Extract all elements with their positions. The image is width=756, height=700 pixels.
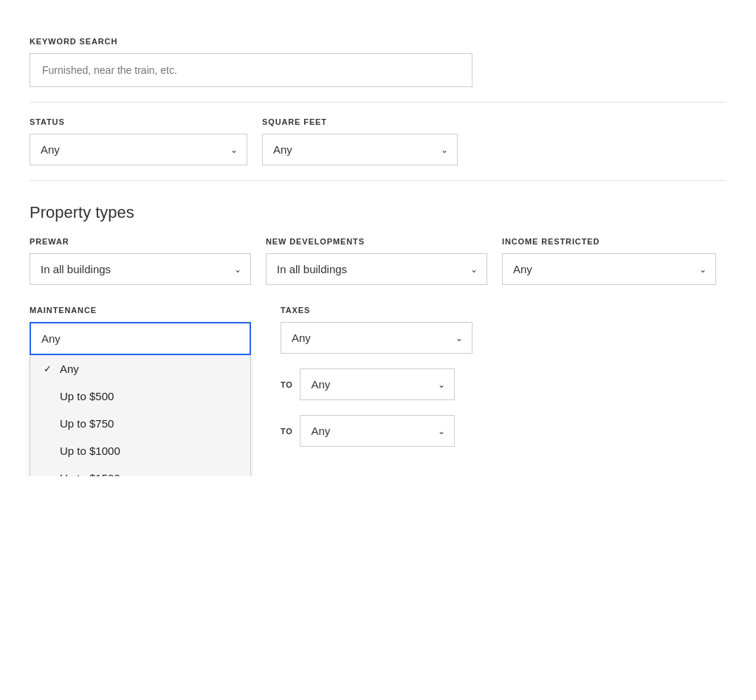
taxes-to-chevron-icon: ⌄	[438, 380, 445, 390]
prewar-label: PREWAR	[30, 237, 251, 246]
maintenance-label: MAINTENANCE	[30, 306, 251, 315]
new-developments-chevron-icon: ⌄	[470, 264, 478, 275]
status-chevron-icon: ⌄	[230, 145, 238, 155]
income-restricted-chevron-icon: ⌄	[699, 264, 707, 275]
keyword-search-input[interactable]	[30, 53, 472, 87]
taxes-second-to-chevron-icon: ⌄	[438, 426, 445, 436]
taxes-chevron-icon: ⌄	[456, 333, 463, 343]
taxes-selected-value: Any	[292, 332, 311, 344]
income-restricted-label: INCOME RESTRICTED	[502, 237, 716, 246]
prewar-select[interactable]: In all buildings ⌄	[30, 253, 251, 285]
list-item[interactable]: Up to $1000	[30, 437, 250, 464]
taxes-second-to-label: TO	[281, 427, 292, 436]
list-item[interactable]: Up to $1500	[30, 464, 250, 476]
list-item[interactable]: Up to $500	[30, 382, 250, 410]
status-select[interactable]: Any ⌄	[30, 134, 247, 165]
list-item[interactable]: Up to $750	[30, 410, 250, 437]
maintenance-selected-value: Any	[41, 332, 61, 345]
status-label: STATUS	[30, 117, 247, 126]
taxes-label: TAXES	[281, 306, 472, 315]
taxes-select[interactable]: Any ⌄	[281, 322, 472, 354]
property-types-heading: Property types	[30, 203, 726, 222]
prewar-selected-value: In all buildings	[41, 263, 111, 275]
keyword-search-label: KEYWORD SEARCH	[30, 37, 726, 46]
new-developments-select[interactable]: In all buildings ⌄	[266, 253, 487, 285]
status-selected-value: Any	[41, 143, 60, 156]
new-developments-selected-value: In all buildings	[277, 263, 347, 275]
taxes-second-to-select[interactable]: Any ⌄	[300, 415, 455, 447]
taxes-to-label: TO	[281, 380, 292, 389]
list-item[interactable]: ✓Any	[30, 355, 250, 382]
income-restricted-selected-value: Any	[513, 263, 532, 275]
maintenance-dropdown: ✓AnyUp to $500Up to $750Up to $1000Up to…	[30, 355, 251, 476]
income-restricted-select[interactable]: Any ⌄	[502, 253, 716, 285]
new-developments-label: NEW DEVELOPMENTS	[266, 237, 487, 246]
square-feet-select[interactable]: Any ⌄	[262, 134, 458, 165]
square-feet-label: SQUARE FEET	[262, 117, 458, 126]
taxes-to-selected-value: Any	[311, 378, 330, 391]
taxes-to-select[interactable]: Any ⌄	[300, 368, 455, 400]
maintenance-select[interactable]: Any	[30, 322, 251, 355]
square-feet-chevron-icon: ⌄	[441, 145, 448, 155]
square-feet-selected-value: Any	[273, 143, 292, 156]
prewar-chevron-icon: ⌄	[234, 264, 241, 275]
taxes-second-to-selected-value: Any	[311, 425, 330, 437]
